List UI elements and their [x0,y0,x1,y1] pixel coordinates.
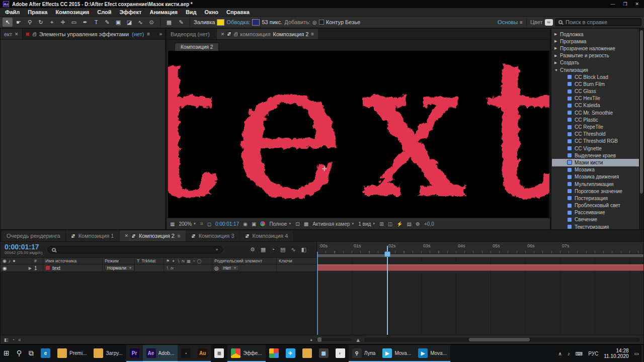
layer-visibility-toggle[interactable]: ◉ [3,265,7,271]
mode-header[interactable]: Режим [102,258,134,264]
tab-Композиция 4[interactable]: Композиция 4 [240,230,293,241]
timeline-nav-icon[interactable]: ▤ [407,221,412,227]
effect-group-Прозрачное наложение[interactable]: ▶Прозрачное наложение [552,45,639,52]
mask-visibility-icon[interactable]: ◻ [207,221,211,227]
expanded-arrow-icon[interactable]: ▼ [554,68,560,72]
expand-layers-icon[interactable]: ◧ [4,337,9,342]
comp-flowchart-icon[interactable]: ⚙ [250,246,255,253]
effect-item-CC Glass[interactable]: CC Glass [552,88,639,95]
tab-Очередь рендеринга[interactable]: Очередь рендеринга [2,230,65,241]
scrollbar-thumb[interactable] [640,30,643,194]
graph-editor-icon[interactable]: ◧ [301,246,306,253]
parent-header[interactable]: Родительский элемент [212,258,276,264]
movavi-1[interactable]: ▶Mova... [379,345,415,362]
menu-Композиция[interactable]: Композиция [55,9,89,15]
collapsed-arrow-icon[interactable]: ▶ [554,61,560,65]
tab-Композиция 3[interactable]: Композиция 3 [186,230,239,241]
snapshot-icon[interactable]: ◉ [243,221,248,227]
effect-item-Рассеивание[interactable]: Рассеивание [552,209,639,216]
audition[interactable]: Au [194,345,211,362]
effect-item-CC Plastic[interactable]: CC Plastic [552,116,639,123]
fill-color-swatch[interactable] [217,19,224,26]
effect-item-Мазки кисти[interactable]: Мазки кисти [552,159,639,166]
workspace-color-button[interactable]: Цвет [530,19,543,25]
taskbar-clock[interactable]: 14:28 11.10.2020 [604,348,628,359]
folder-generic[interactable]: ▬ [299,345,315,362]
frame-blending-icon[interactable]: ▤ [280,246,285,253]
maximize-button[interactable]: ❐ [623,2,627,7]
resolution-select[interactable]: Полное▼ [269,221,291,227]
tray-expand-icon[interactable]: ∧ [558,351,561,356]
clone-stamp-tool[interactable]: ▣ [113,18,123,27]
minimize-button[interactable]: — [610,2,615,7]
folder-premiere[interactable]: ▬Premi... [54,345,90,362]
exposure-value[interactable]: +0,0 [424,221,434,227]
bezier-checkbox[interactable] [319,20,324,25]
close-button[interactable]: ✕ [635,2,639,7]
action-center-icon[interactable]: ▭ [634,351,639,356]
search-options-icon[interactable]: ▼ [215,248,219,251]
task-view-button[interactable]: ⧉ [25,345,37,362]
effect-item-Текстуризация[interactable]: Текстуризация [552,223,639,229]
menu-Окно[interactable]: Окно [205,9,218,15]
timeline-search-input[interactable]: ▼ [48,246,223,253]
chrome[interactable]: Эффе... [227,345,266,362]
draw-mode-icon[interactable]: ✎ [176,18,186,27]
overflow-icon[interactable]: » [159,31,162,37]
zoom-slider-thumb[interactable] [317,337,321,342]
timeline-zoom-slider[interactable] [316,338,352,341]
show-snapshot-icon[interactable]: ▣ [252,221,256,227]
time-ruler[interactable]: :00s01s02s03s04s05s06s07s [317,242,643,254]
close-tab-icon[interactable]: ✕ [125,233,129,238]
fx-switch[interactable]: fx [171,266,174,270]
menu-Вид[interactable]: Вид [186,9,197,15]
stroke-color-swatch[interactable] [252,19,260,26]
roi-icon[interactable]: ⊡ [295,221,299,227]
parent-select[interactable]: Нет▼ [221,265,239,271]
effect-item-Мозаика[interactable]: Мозаика [552,166,639,173]
lock-icon[interactable] [234,34,237,36]
effect-item-CC Threshold[interactable]: CC Threshold [552,131,639,138]
start-button[interactable]: ⊞ [0,345,13,362]
source-name-header[interactable]: Имя источника [43,258,102,264]
quality-switch[interactable]: ∖ [166,266,169,270]
current-time-display[interactable]: 0:00:01:17 [5,244,43,250]
tab-footage[interactable]: Видеоряд (нет) [167,29,214,39]
effect-item-CC RepeTile[interactable]: CC RepeTile [552,123,639,130]
playhead-handle[interactable] [384,251,390,257]
type-tool[interactable]: T [91,18,101,27]
pan-behind-tool[interactable]: ✛ [58,18,68,27]
fast-preview-icon[interactable]: ⚡ [396,221,403,227]
transparency-grid-icon[interactable]: ▩ [304,221,308,227]
selection-tool[interactable]: ↖ [3,18,13,27]
effect-item-CC HexTile[interactable]: CC HexTile [552,95,639,102]
roto-brush-tool[interactable]: ∿ [135,18,145,27]
effect-item-CC Mr. Smoothie[interactable]: CC Mr. Smoothie [552,109,639,116]
keyboard-icon[interactable]: ⌨ [576,351,583,356]
hscrollbar-thumb[interactable] [469,338,530,341]
menu-grid-icon[interactable]: ▦ [170,221,175,227]
eraser-tool[interactable]: ◪ [124,18,134,27]
zoom-in-mountain-icon[interactable]: ▲ [355,337,361,343]
layer-row[interactable]: ◉ ▶ 1 text Нормали▼ ∖fx ◎ Нет▼ [1,264,316,272]
language-indicator[interactable]: РУС [588,351,598,356]
telegram[interactable]: ✈ [282,345,299,362]
rotation-tool[interactable]: ↻ [36,18,46,27]
playhead-line[interactable] [387,246,388,335]
workspace-menu-icon[interactable]: ≡ [520,20,523,25]
current-time-display[interactable]: 0:00:01:17 [215,221,239,227]
collapsed-arrow-icon[interactable]: ▶ [554,39,560,43]
tab-project-partial[interactable]: ект ✕ [1,29,23,39]
effect-item-Постеризация[interactable]: Постеризация [552,195,639,202]
menu-Справка[interactable]: Справка [226,9,250,15]
premiere-pro[interactable]: Pr [126,345,143,362]
tab-Композиция 2[interactable]: ✕Композиция 2≡ [120,230,186,241]
white-app[interactable]: ≣ [211,345,227,362]
camera-select[interactable]: Активная камер▼ [312,221,354,227]
trkmat-header[interactable]: TTrkMat [134,258,164,264]
layer-source-cell[interactable]: text [43,264,102,272]
view-layout-select[interactable]: 1 вид▼ [358,221,375,227]
pixel-aspect-icon[interactable]: ◫ [388,221,392,227]
help-search-input[interactable]: Поиск в справке [555,18,641,26]
effect-item-CC Burn Film[interactable]: CC Burn Film [552,80,639,87]
